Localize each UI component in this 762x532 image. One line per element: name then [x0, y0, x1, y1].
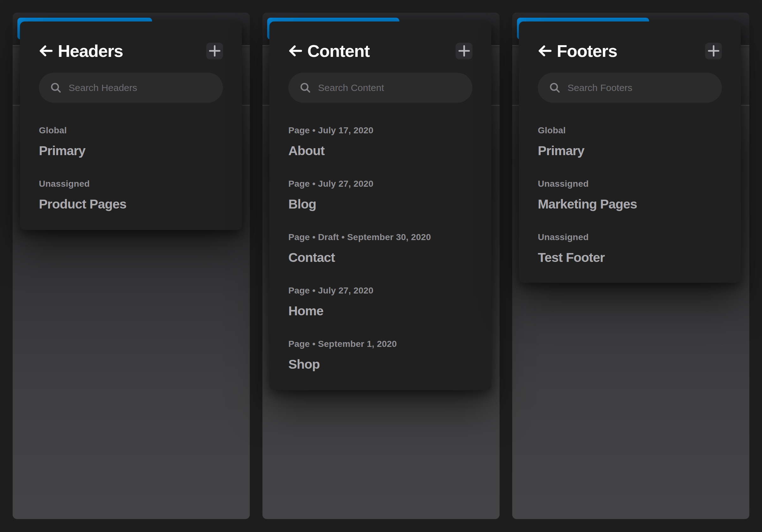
search-content-input[interactable]: [318, 83, 463, 93]
item-meta-label: Page • September 1, 2020: [288, 339, 472, 349]
item-status-label: Global: [538, 125, 722, 136]
list-item[interactable]: Unassigned Test Footer: [538, 232, 722, 266]
search-icon: [300, 83, 311, 93]
footers-popover: Footers Global Primary Unassigned: [519, 22, 741, 283]
item-status-label: Unassigned: [538, 178, 722, 189]
back-button[interactable]: [287, 43, 303, 59]
item-title: About: [288, 142, 472, 159]
item-status-label: Unassigned: [538, 232, 722, 243]
list-item[interactable]: Unassigned Product Pages: [39, 178, 223, 213]
item-meta-label: Page • July 27, 2020: [288, 178, 472, 189]
item-meta-label: Page • July 17, 2020: [288, 125, 472, 136]
list-item[interactable]: Unassigned Marketing Pages: [538, 178, 722, 232]
item-title: Test Footer: [538, 249, 722, 266]
list-item[interactable]: Page • Draft • September 30, 2020 Contac…: [288, 232, 472, 285]
item-title: Contact: [288, 249, 472, 266]
footers-popover-header: Footers: [538, 42, 722, 60]
item-meta-label: Page • July 27, 2020: [288, 285, 472, 296]
list-item[interactable]: Global Primary: [39, 125, 223, 178]
item-title: Primary: [538, 142, 722, 159]
back-button[interactable]: [537, 43, 553, 59]
item-title: Marketing Pages: [538, 196, 722, 213]
panel-title: Content: [307, 41, 370, 61]
list-item[interactable]: Page • July 17, 2020 About: [288, 125, 472, 178]
list-item[interactable]: Global Primary: [538, 125, 722, 178]
left-arrow-icon: [538, 44, 552, 57]
panel-title: Headers: [58, 41, 123, 61]
left-arrow-icon: [288, 44, 303, 57]
item-status-label: Unassigned: [39, 178, 223, 189]
content-popover: Content Page • July 17, 2020 About Page …: [269, 22, 491, 390]
panel-title: Footers: [557, 41, 617, 61]
item-title: Home: [288, 302, 472, 319]
plus-icon: [209, 45, 220, 56]
add-header-button[interactable]: [206, 43, 223, 59]
content-list: Page • July 17, 2020 About Page • July 2…: [288, 125, 472, 373]
footers-search-bar: [538, 73, 722, 103]
add-content-button[interactable]: [456, 43, 472, 59]
search-icon: [51, 83, 61, 93]
headers-search-bar: [39, 73, 223, 103]
item-title: Primary: [39, 142, 223, 159]
left-arrow-icon: [38, 44, 53, 57]
plus-icon: [708, 45, 719, 56]
headers-list: Global Primary Unassigned Product Pages: [39, 125, 223, 213]
headers-popover-header: Headers: [39, 42, 223, 60]
item-title: Shop: [288, 356, 472, 373]
headers-popover: Headers Global Primary Unassigned: [20, 22, 242, 230]
list-item[interactable]: Page • July 27, 2020 Blog: [288, 178, 472, 232]
add-footer-button[interactable]: [705, 43, 722, 59]
search-headers-input[interactable]: [69, 83, 213, 93]
back-button[interactable]: [38, 43, 54, 59]
item-meta-label: Page • Draft • September 30, 2020: [288, 232, 472, 243]
item-title: Product Pages: [39, 196, 223, 213]
list-item[interactable]: Page • July 27, 2020 Home: [288, 285, 472, 339]
footers-list: Global Primary Unassigned Marketing Page…: [538, 125, 722, 266]
search-footers-input[interactable]: [568, 83, 712, 93]
search-icon: [550, 83, 560, 93]
item-status-label: Global: [39, 125, 223, 136]
list-item[interactable]: Page • September 1, 2020 Shop: [288, 339, 472, 373]
page-editor-background: Headers Global Primary Unassigned: [0, 0, 762, 532]
content-search-bar: [288, 73, 472, 103]
content-popover-header: Content: [288, 42, 472, 60]
item-title: Blog: [288, 196, 472, 213]
plus-icon: [458, 45, 470, 56]
